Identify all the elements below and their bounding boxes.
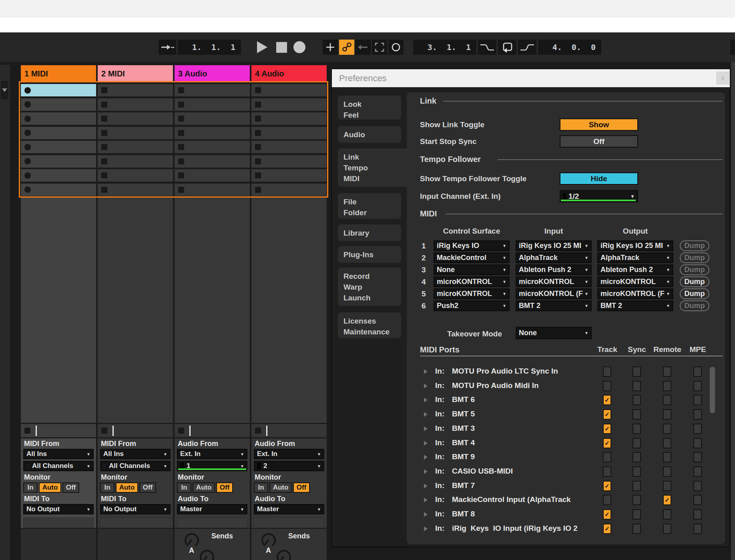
clip-slot[interactable] bbox=[251, 127, 327, 139]
port-sync-checkbox[interactable] bbox=[633, 424, 641, 434]
midi-input-dropdown[interactable]: microKONTROL▼ bbox=[516, 276, 592, 287]
io-channel-dropdown[interactable]: All Channels▼ bbox=[23, 461, 94, 471]
port-track-checkbox[interactable]: ✓ bbox=[603, 524, 611, 534]
dump-button[interactable]: Dump bbox=[680, 300, 709, 311]
monitor-in-button[interactable]: In bbox=[254, 482, 268, 493]
midi-surface-dropdown[interactable]: microKONTROL▼ bbox=[434, 276, 510, 287]
midi-input-dropdown[interactable]: BMT 2▼ bbox=[516, 300, 592, 311]
port-sync-checkbox[interactable] bbox=[633, 366, 641, 377]
clip-slot[interactable] bbox=[21, 184, 96, 196]
port-sync-checkbox[interactable] bbox=[633, 452, 641, 462]
track-header[interactable]: 3 Audio bbox=[175, 65, 250, 82]
show-link-toggle-button[interactable]: Show bbox=[560, 118, 638, 131]
clip-slot[interactable] bbox=[21, 141, 96, 153]
monitor-auto-button[interactable]: Auto bbox=[269, 482, 292, 493]
clip-slot[interactable] bbox=[175, 112, 250, 125]
clip-slot[interactable] bbox=[175, 127, 250, 139]
expand-triangle-icon[interactable] bbox=[424, 484, 428, 488]
port-mpe-checkbox[interactable] bbox=[693, 366, 702, 377]
midi-input-dropdown[interactable]: microKONTROL (F▼ bbox=[516, 288, 592, 299]
port-mpe-checkbox[interactable] bbox=[693, 524, 702, 534]
io-channel-dropdown[interactable]: 2▼ bbox=[254, 461, 324, 471]
io-from-dropdown[interactable]: All Ins▼ bbox=[23, 449, 94, 459]
io-to-dropdown[interactable]: Master▼ bbox=[254, 504, 324, 514]
port-remote-checkbox[interactable] bbox=[663, 509, 671, 520]
clip-slot[interactable] bbox=[251, 184, 327, 196]
clip-slot[interactable] bbox=[98, 127, 173, 139]
expand-triangle-icon[interactable] bbox=[424, 369, 428, 374]
port-sync-checkbox[interactable] bbox=[633, 524, 641, 534]
port-mpe-checkbox[interactable] bbox=[693, 424, 702, 434]
clip-slot[interactable] bbox=[98, 141, 173, 153]
port-track-checkbox[interactable]: ✓ bbox=[603, 438, 611, 448]
tempo-follower-toggle-button[interactable]: Hide bbox=[560, 172, 638, 185]
io-from-dropdown[interactable]: Ext. In▼ bbox=[177, 449, 247, 459]
clip-stop-slot[interactable] bbox=[251, 424, 327, 437]
midi-output-dropdown[interactable]: microKONTROL▼ bbox=[597, 276, 673, 287]
port-remote-checkbox[interactable] bbox=[663, 466, 671, 477]
io-to-dropdown[interactable]: No Output▼ bbox=[100, 504, 171, 514]
midi-surface-dropdown[interactable]: Push2▼ bbox=[434, 300, 510, 311]
start-stop-sync-button[interactable]: Off bbox=[560, 135, 638, 148]
clip-slot[interactable] bbox=[98, 155, 173, 168]
port-sync-checkbox[interactable] bbox=[633, 495, 641, 505]
clip-slot[interactable] bbox=[251, 98, 327, 111]
clip-slot[interactable] bbox=[98, 98, 173, 111]
port-mpe-checkbox[interactable] bbox=[693, 466, 702, 477]
clip-slot[interactable] bbox=[175, 141, 250, 153]
monitor-auto-button[interactable]: Auto bbox=[193, 482, 215, 493]
midi-input-dropdown[interactable]: AlphaTrack▼ bbox=[516, 252, 592, 263]
port-remote-checkbox[interactable] bbox=[663, 424, 671, 434]
port-sync-checkbox[interactable] bbox=[633, 509, 641, 520]
clip-slot[interactable] bbox=[98, 112, 173, 125]
midi-output-dropdown[interactable]: AlphaTrack▼ bbox=[597, 252, 673, 263]
io-to-dropdown[interactable]: Master▼ bbox=[177, 504, 247, 514]
expand-triangle-icon[interactable] bbox=[424, 498, 428, 502]
io-from-dropdown[interactable]: Ext. In▼ bbox=[254, 449, 324, 459]
clip-slot[interactable] bbox=[21, 98, 96, 111]
port-remote-checkbox[interactable] bbox=[663, 524, 671, 534]
expand-triangle-icon[interactable] bbox=[424, 384, 428, 388]
track-header[interactable]: 2 MIDI bbox=[98, 65, 173, 82]
port-track-checkbox[interactable]: ✓ bbox=[603, 481, 611, 491]
dump-button[interactable]: Dump bbox=[680, 240, 709, 251]
clip-slot[interactable] bbox=[175, 84, 250, 96]
port-mpe-checkbox[interactable] bbox=[693, 481, 702, 491]
track-header[interactable]: 4 Audio bbox=[251, 65, 327, 82]
port-sync-checkbox[interactable] bbox=[633, 381, 641, 391]
clip-slot[interactable] bbox=[98, 169, 173, 182]
monitor-in-button[interactable]: In bbox=[23, 482, 38, 493]
midi-surface-dropdown[interactable]: iRig Keys IO▼ bbox=[434, 240, 510, 251]
dump-button[interactable]: Dump bbox=[680, 252, 709, 263]
monitor-off-button[interactable]: Off bbox=[216, 482, 233, 493]
port-mpe-checkbox[interactable] bbox=[693, 381, 702, 391]
midi-input-dropdown[interactable]: Ableton Push 2▼ bbox=[516, 264, 592, 275]
expand-triangle-icon[interactable] bbox=[424, 426, 428, 431]
io-channel-dropdown[interactable]: All Channels▼ bbox=[100, 461, 171, 471]
clip-slot[interactable] bbox=[251, 169, 327, 182]
port-remote-checkbox[interactable] bbox=[663, 381, 671, 391]
midi-surface-dropdown[interactable]: microKONTROL▼ bbox=[434, 288, 510, 299]
expand-triangle-icon[interactable] bbox=[424, 512, 428, 517]
port-mpe-checkbox[interactable] bbox=[693, 409, 702, 420]
expand-triangle-icon[interactable] bbox=[424, 412, 428, 417]
midi-output-dropdown[interactable]: microKONTROL (F▼ bbox=[597, 288, 673, 299]
expand-triangle-icon[interactable] bbox=[424, 398, 428, 402]
clip-stop-slot[interactable] bbox=[21, 424, 96, 437]
port-sync-checkbox[interactable] bbox=[633, 466, 641, 477]
port-track-checkbox[interactable] bbox=[603, 466, 611, 477]
midi-surface-dropdown[interactable]: MackieControl▼ bbox=[434, 252, 510, 263]
port-remote-checkbox[interactable] bbox=[663, 481, 671, 491]
port-remote-checkbox[interactable] bbox=[663, 366, 671, 377]
takeover-mode-dropdown[interactable]: None▼ bbox=[516, 327, 592, 339]
midi-surface-dropdown[interactable]: None▼ bbox=[434, 264, 510, 275]
track-header[interactable]: 1 MIDI bbox=[21, 65, 96, 82]
port-sync-checkbox[interactable] bbox=[633, 481, 641, 491]
clip-slot[interactable] bbox=[175, 155, 250, 168]
ports-scrollbar[interactable] bbox=[710, 367, 715, 413]
clip-slot[interactable] bbox=[98, 84, 173, 96]
clip-slot[interactable] bbox=[21, 112, 96, 125]
monitor-auto-button[interactable]: Auto bbox=[116, 482, 138, 493]
monitor-in-button[interactable]: In bbox=[100, 482, 114, 493]
clip-slot[interactable] bbox=[21, 155, 96, 168]
